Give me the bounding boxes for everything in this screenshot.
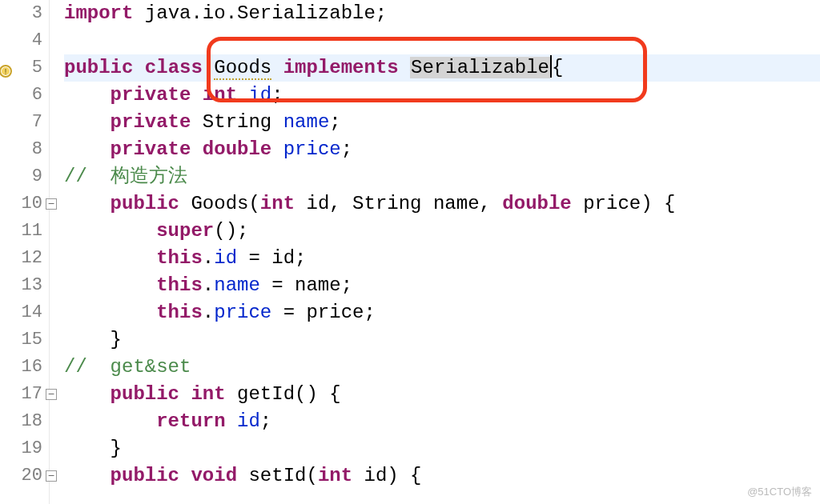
code-line[interactable]: this.price = price; <box>64 299 820 326</box>
code-line[interactable]: } <box>64 435 820 462</box>
svg-text:!: ! <box>3 68 8 77</box>
field-price: price <box>214 302 271 323</box>
assign-id: = id; <box>237 247 306 269</box>
keyword-public: public <box>64 57 133 78</box>
line-number[interactable]: 10− <box>0 190 49 218</box>
line-number[interactable]: 17− <box>0 381 49 408</box>
keyword-int: int <box>318 465 352 486</box>
line-number[interactable]: 3 <box>0 0 49 27</box>
method-setid: setId( <box>237 465 318 486</box>
keyword-int: int <box>260 193 295 214</box>
line-number[interactable]: 4 <box>0 27 49 54</box>
keyword-this: this <box>156 302 203 323</box>
param-name: name <box>422 193 480 214</box>
line-number[interactable]: 20− <box>0 462 49 490</box>
code-line[interactable]: // get&set <box>64 354 820 381</box>
line-number[interactable]: 15 <box>0 326 49 354</box>
keyword-implements: implements <box>283 57 399 78</box>
line-number[interactable]: 8 <box>0 136 49 163</box>
fold-icon[interactable]: − <box>46 470 57 482</box>
interface-serializable: Serializable <box>410 57 550 78</box>
keyword-public: public <box>111 193 179 214</box>
keyword-import: import <box>64 2 133 24</box>
line-number[interactable]: 18 <box>0 408 49 435</box>
line-number[interactable]: 11 <box>0 218 49 245</box>
keyword-int: int <box>191 383 225 405</box>
line-number[interactable]: 7 <box>0 109 49 136</box>
line-number[interactable]: 19 <box>0 435 49 462</box>
line-number[interactable]: 5! <box>0 54 49 82</box>
gutter: 345!678910−11121314151617−181920− <box>0 0 50 504</box>
keyword-private: private <box>111 111 191 133</box>
assign-price: = price; <box>271 302 376 323</box>
type-string: String <box>203 111 271 133</box>
class-name: Goods <box>214 57 271 80</box>
field-name: name <box>214 274 260 296</box>
code-line[interactable] <box>64 27 820 54</box>
fold-icon[interactable]: − <box>46 198 57 210</box>
code-area[interactable]: import java.io.Serializable; public clas… <box>50 0 820 504</box>
keyword-void: void <box>191 465 237 486</box>
code-line[interactable]: return id; <box>64 408 820 435</box>
code-line[interactable]: public Goods(int id, String name, double… <box>64 190 820 218</box>
field-price: price <box>283 138 341 160</box>
param-id: id <box>295 193 329 214</box>
import-path: java.io.Serializable; <box>133 2 387 24</box>
keyword-return: return <box>156 410 225 432</box>
code-editor: 345!678910−11121314151617−181920− import… <box>0 0 820 504</box>
param-price: price <box>572 193 641 214</box>
keyword-public: public <box>111 383 179 405</box>
code-line[interactable]: // 构造方法 <box>64 163 820 190</box>
code-line[interactable]: private int id; <box>64 82 820 109</box>
code-line[interactable]: this.id = id; <box>64 245 820 272</box>
watermark: @51CTO博客 <box>747 485 812 499</box>
line-number[interactable]: 6 <box>0 82 49 109</box>
code-line[interactable]: super(); <box>64 218 820 245</box>
keyword-private: private <box>111 84 191 106</box>
field-id: id <box>237 410 260 432</box>
comment-constructor: // 构造方法 <box>64 166 187 187</box>
comment-getset: // get&set <box>64 356 191 378</box>
code-line[interactable]: public void setId(int id) { <box>64 462 820 490</box>
keyword-super: super <box>156 220 214 242</box>
code-line[interactable]: import java.io.Serializable; <box>64 0 820 27</box>
code-line[interactable]: } <box>64 326 820 354</box>
type-string: String <box>352 193 421 214</box>
field-name: name <box>283 111 330 133</box>
code-line[interactable]: this.name = name; <box>64 272 820 299</box>
method-getid: getId() { <box>226 383 341 405</box>
fold-icon[interactable]: − <box>46 389 57 400</box>
line-number[interactable]: 13 <box>0 272 49 299</box>
field-id: id <box>248 84 271 106</box>
code-line[interactable]: public class Goods implements Serializab… <box>64 54 820 82</box>
keyword-double: double <box>502 193 571 214</box>
code-line[interactable]: private String name; <box>64 109 820 136</box>
keyword-class: class <box>145 57 203 78</box>
code-line[interactable]: private double price; <box>64 136 820 163</box>
keyword-private: private <box>111 138 191 160</box>
keyword-this: this <box>156 274 203 296</box>
line-number[interactable]: 14 <box>0 299 49 326</box>
code-line[interactable]: public int getId() { <box>64 381 820 408</box>
keyword-this: this <box>156 247 203 269</box>
keyword-public: public <box>111 465 179 486</box>
keyword-int: int <box>203 84 237 106</box>
assign-name: = name; <box>260 274 352 296</box>
field-id: id <box>214 247 237 269</box>
keyword-double: double <box>203 138 271 160</box>
line-number[interactable]: 12 <box>0 245 49 272</box>
warning-icon[interactable]: ! <box>0 61 13 75</box>
line-number[interactable]: 9 <box>0 163 49 190</box>
line-number[interactable]: 16 <box>0 354 49 381</box>
